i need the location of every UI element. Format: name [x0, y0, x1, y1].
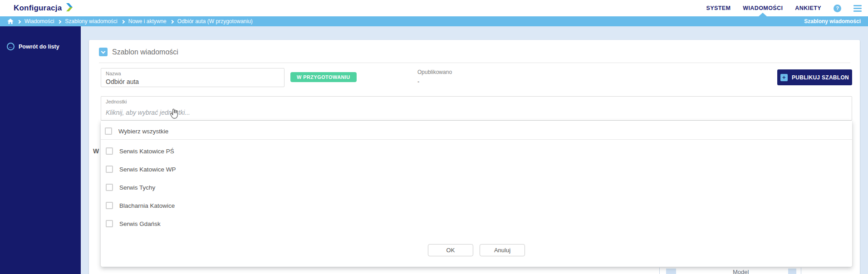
checkbox-unchecked-icon[interactable]: [106, 147, 113, 155]
checkbox-unchecked-icon[interactable]: [105, 127, 112, 135]
panel-header: Szablon wiadomości: [99, 48, 178, 56]
breadcrumb: Wiadomości Szablony wiadomości Nowe i ak…: [7, 18, 253, 24]
back-arrow-icon: ←: [7, 43, 15, 50]
home-icon[interactable]: [7, 19, 14, 24]
table-header-cell: [788, 269, 796, 274]
breadcrumb-item-nowe-i-aktywne[interactable]: Nowe i aktywne: [128, 18, 167, 24]
published-field: Opublikowano -: [417, 69, 452, 85]
breadcrumb-separator-icon: [58, 20, 61, 23]
active-tab-caret: [759, 13, 767, 16]
publish-template-button[interactable]: + PUBLIKUJ SZABLON: [777, 69, 852, 85]
option-blacharnia-katowice[interactable]: Blacharnia Katowice: [101, 196, 852, 215]
table-column-divider: [659, 268, 660, 274]
nav-item-wiadomosci-label: WIADOMOŚCI: [743, 5, 783, 11]
breadcrumb-separator-icon: [121, 20, 125, 23]
units-field-label: Jednostki: [106, 99, 127, 104]
option-label: Serwis Tychy: [119, 184, 155, 191]
published-label: Opublikowano: [417, 69, 452, 75]
top-navigation: SYSTEM WIADOMOŚCI ANKIETY ?: [706, 0, 862, 16]
nav-item-ankiety[interactable]: ANKIETY: [795, 0, 821, 16]
nav-item-system[interactable]: SYSTEM: [706, 0, 731, 16]
logo-chevron-icon: [65, 3, 74, 14]
collapse-chevron-icon[interactable]: [99, 48, 108, 56]
units-dropdown: Wybierz wszystkie Serwis Katowice PŚ Ser…: [101, 121, 852, 267]
table-header-cell: [666, 269, 676, 274]
option-serwis-katowice-ps[interactable]: Serwis Katowice PŚ: [101, 142, 852, 160]
panel-header-divider: [99, 63, 850, 63]
breadcrumb-bar: Wiadomości Szablony wiadomości Nowe i ak…: [0, 16, 868, 26]
units-field-placeholder: Kliknij, aby wybrać jednostki...: [106, 109, 190, 116]
cancel-button[interactable]: Anuluj: [480, 244, 525, 256]
breadcrumb-item-current: Odbiór auta (W przygotowaniu): [177, 18, 253, 24]
option-label: Serwis Gdańsk: [119, 220, 161, 227]
checkbox-unchecked-icon[interactable]: [106, 166, 113, 173]
plus-icon: +: [780, 74, 788, 81]
top-header: Konfiguracja SYSTEM WIADOMOŚCI ANKIETY ?: [0, 0, 868, 16]
obscured-section-text: W: [93, 147, 99, 155]
checkbox-unchecked-icon[interactable]: [106, 202, 113, 209]
breadcrumb-item-szablony[interactable]: Szablony wiadomości: [65, 18, 117, 24]
status-badge: W PRZYGOTOWANIU: [290, 72, 357, 82]
panel-title: Szablon wiadomości: [112, 48, 178, 56]
checkbox-unchecked-icon[interactable]: [106, 220, 113, 227]
left-sidebar: ← Powrót do listy: [0, 26, 81, 274]
option-label: Serwis Katowice WP: [119, 166, 176, 173]
dropdown-divider: [101, 139, 852, 140]
table-header-model-label: Model: [733, 269, 749, 274]
ok-button[interactable]: OK: [428, 244, 473, 256]
option-label: Blacharnia Katowice: [119, 202, 175, 209]
option-select-all[interactable]: Wybierz wszystkie: [101, 123, 852, 139]
option-serwis-tychy[interactable]: Serwis Tychy: [101, 178, 852, 196]
back-to-list-label: Powrót do listy: [19, 44, 59, 50]
back-to-list-button[interactable]: ← Powrót do listy: [7, 43, 81, 50]
units-field[interactable]: Jednostki Kliknij, aby wybrać jednostki.…: [101, 96, 852, 121]
dropdown-actions: OK Anuluj: [101, 244, 852, 256]
hamburger-menu-icon[interactable]: [853, 3, 862, 14]
option-label: Serwis Katowice PŚ: [119, 148, 174, 155]
name-field-label: Nazwa: [106, 71, 121, 76]
app-root: Konfiguracja SYSTEM WIADOMOŚCI ANKIETY ?: [0, 0, 868, 274]
main-area: Szablon wiadomości Nazwa Odbiór auta W P…: [81, 26, 868, 274]
obscured-table-header: Model: [89, 268, 860, 274]
option-serwis-katowice-wp[interactable]: Serwis Katowice WP: [101, 160, 852, 178]
option-label: Wybierz wszystkie: [118, 128, 168, 135]
option-serwis-gdansk[interactable]: Serwis Gdańsk: [101, 215, 852, 233]
name-field[interactable]: Nazwa Odbiór auta: [101, 68, 284, 87]
checkbox-unchecked-icon[interactable]: [106, 184, 113, 191]
nav-item-wiadomosci[interactable]: WIADOMOŚCI: [743, 0, 783, 16]
publish-template-label: PUBLIKUJ SZABLON: [792, 74, 849, 81]
section-label: Szablony wiadomości: [804, 18, 861, 24]
breadcrumb-separator-icon: [17, 20, 21, 23]
breadcrumb-separator-icon: [170, 20, 174, 23]
published-value: -: [417, 78, 452, 85]
table-column-divider: [801, 268, 801, 274]
app-logo-text: Konfiguracja: [14, 4, 62, 13]
help-icon[interactable]: ?: [834, 5, 841, 12]
breadcrumb-item-wiadomosci[interactable]: Wiadomości: [25, 18, 54, 24]
app-logo[interactable]: Konfiguracja: [14, 0, 74, 16]
name-field-value: Odbiór auta: [106, 78, 139, 85]
template-card: Szablon wiadomości Nazwa Odbiór auta W P…: [89, 40, 860, 274]
